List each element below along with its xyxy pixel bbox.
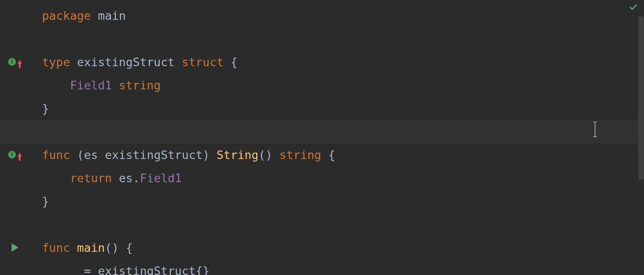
- keyword-token: package: [42, 9, 91, 22]
- code-line[interactable]: _ = existingStruct{}: [30, 259, 644, 275]
- code-line[interactable]: return es.Field1: [30, 166, 644, 189]
- indent: [42, 171, 70, 185]
- paren-token: (): [105, 241, 119, 254]
- space: [70, 241, 77, 254]
- gutter-row: [0, 73, 30, 97]
- space: [70, 55, 77, 69]
- validation-ok-icon[interactable]: [629, 3, 638, 14]
- space: [70, 148, 77, 162]
- brace-token: {: [328, 148, 335, 162]
- space: [119, 241, 126, 254]
- gutter-row[interactable]: I: [0, 143, 30, 166]
- code-line[interactable]: }: [30, 189, 644, 213]
- gutter-row: [0, 4, 30, 27]
- text-cursor-icon: [592, 121, 592, 138]
- implements-icon: I: [8, 58, 16, 66]
- brace-token: {: [231, 55, 237, 69]
- keyword-token: type: [42, 55, 70, 69]
- code-line[interactable]: func (es existingStruct) String() string…: [30, 143, 644, 166]
- overview-ruler[interactable]: [638, 0, 644, 275]
- space: [98, 148, 105, 162]
- keyword-token: struct: [182, 55, 224, 69]
- gutter-row: [0, 259, 30, 275]
- identifier-token: es: [119, 171, 133, 185]
- paren-token: ): [203, 148, 210, 162]
- code-line[interactable]: [30, 213, 644, 236]
- code-line[interactable]: }: [30, 97, 644, 120]
- space: [210, 148, 216, 162]
- gutter-row[interactable]: [0, 236, 30, 259]
- brace-token: {}: [196, 264, 210, 275]
- space: [175, 55, 182, 69]
- gutter-row: [0, 27, 30, 50]
- brace-token: {: [126, 241, 133, 254]
- code-line[interactable]: package main: [30, 4, 644, 27]
- keyword-token: func: [42, 148, 70, 162]
- gutter-row: [0, 166, 30, 189]
- code-line[interactable]: type existingStruct struct {: [30, 50, 644, 73]
- arrow-up-icon: [18, 153, 22, 157]
- implements-icon: I: [8, 151, 16, 159]
- indent: [42, 79, 70, 92]
- keyword-token: return: [70, 171, 112, 185]
- space: [112, 171, 119, 185]
- brace-token: }: [42, 102, 49, 115]
- identifier-token: main: [98, 9, 126, 22]
- space: [91, 9, 98, 22]
- space: [273, 148, 279, 162]
- function-name-token: String: [216, 148, 258, 162]
- receiver-token: es: [84, 148, 98, 162]
- function-name-token: main: [77, 241, 105, 254]
- space: [77, 264, 84, 275]
- code-line[interactable]: func main() {: [30, 236, 644, 259]
- gutter-row[interactable]: I: [0, 50, 30, 73]
- gutter-row: [0, 97, 30, 120]
- member-token: Field1: [140, 171, 182, 185]
- paren-token: (: [77, 148, 84, 162]
- blank-identifier-token: _: [70, 264, 77, 275]
- paren-token: (): [258, 148, 273, 162]
- type-name-token: existingStruct: [77, 55, 175, 69]
- type-token: existingStruct: [98, 264, 196, 275]
- scrollbar-thumb[interactable]: [638, 16, 644, 180]
- type-token: string: [119, 79, 161, 92]
- gutter-row: [0, 189, 30, 213]
- implements-up-icon[interactable]: I: [8, 58, 22, 66]
- keyword-token: func: [42, 241, 70, 254]
- arrow-up-icon: [18, 60, 22, 64]
- space: [224, 55, 231, 69]
- field-token: Field1: [70, 79, 112, 92]
- type-token: existingStruct: [105, 148, 203, 162]
- code-editor[interactable]: I I package main type existingStruct str…: [0, 0, 644, 275]
- code-area[interactable]: package main type existingStruct struct …: [30, 0, 644, 275]
- code-line-current[interactable]: [30, 120, 644, 143]
- equals-token: =: [84, 264, 91, 275]
- gutter-row: [0, 213, 30, 236]
- implements-up-icon[interactable]: I: [8, 151, 22, 159]
- dot-token: .: [133, 171, 140, 185]
- space: [112, 79, 119, 92]
- code-line[interactable]: [30, 27, 644, 50]
- brace-token: }: [42, 195, 49, 208]
- code-line[interactable]: Field1 string: [30, 73, 644, 97]
- indent: [42, 264, 70, 275]
- run-icon[interactable]: [12, 243, 18, 252]
- space: [321, 148, 328, 162]
- type-token: string: [279, 148, 322, 162]
- space: [91, 264, 98, 275]
